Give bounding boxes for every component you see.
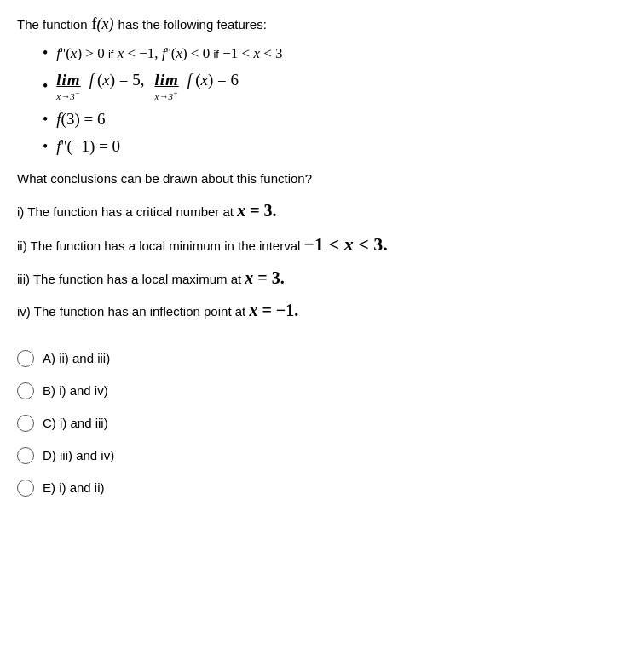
bullet-2: •: [43, 78, 48, 94]
feature-1-math: f''(x) > 0 if x < −1, f''(x) < 0 if −1 <…: [56, 45, 282, 62]
intro-text-before: The function: [17, 17, 88, 32]
radio-a[interactable]: [17, 350, 34, 367]
feature-4: • f''(−1) = 0: [43, 137, 606, 156]
stmt-ii-label: ii) The function has a local minimum in …: [17, 238, 304, 253]
option-a-label: A) ii) and iii): [43, 351, 110, 365]
features-list: • f''(x) > 0 if x < −1, f''(x) < 0 if −1…: [43, 45, 606, 156]
stmt-ii: ii) The function has a local minimum in …: [17, 230, 606, 258]
radio-c[interactable]: [17, 415, 34, 432]
feature-1: • f''(x) > 0 if x < −1, f''(x) < 0 if −1…: [43, 45, 606, 62]
option-c[interactable]: C) i) and iii): [17, 415, 606, 432]
stmt-iv: iv) The function has an inflection point…: [17, 297, 606, 323]
stmt-iii: iii) The function has a local maximum at…: [17, 265, 606, 290]
statements-list: i) The function has a critical number at…: [17, 198, 606, 323]
option-d-label: D) iii) and iv): [43, 448, 114, 462]
option-e-label: E) i) and ii): [43, 480, 105, 495]
intro-line: The function f(x) has the following feat…: [17, 15, 606, 33]
feature-3: • f(3) = 6: [43, 110, 606, 129]
question-text: What conclusions can be drawn about this…: [17, 171, 606, 186]
bullet-4: •: [43, 139, 48, 154]
option-b-label: B) i) and iv): [43, 383, 108, 398]
bullet-1: •: [43, 45, 48, 60]
feature-2: • lim x→3− f(x) = 5, lim x→3+ f(x) = 6: [43, 71, 606, 101]
radio-d[interactable]: [17, 447, 34, 464]
option-d[interactable]: D) iii) and iv): [17, 447, 606, 464]
bullet-3: •: [43, 112, 48, 127]
intro-text-after: has the following features:: [118, 17, 267, 32]
radio-e[interactable]: [17, 480, 34, 497]
stmt-iii-label: iii) The function has a local maximum at: [17, 272, 245, 286]
stmt-iv-math: x = −1.: [249, 301, 298, 319]
stmt-ii-math: −1 < x < 3.: [304, 233, 388, 255]
stmt-i: i) The function has a critical number at…: [17, 198, 606, 223]
option-c-label: C) i) and iii): [43, 416, 108, 430]
stmt-i-math: x = 3.: [237, 201, 276, 220]
stmt-iii-math: x = 3.: [245, 268, 284, 287]
radio-b[interactable]: [17, 382, 34, 399]
stmt-i-label: i) The function has a critical number at: [17, 204, 237, 219]
option-a[interactable]: A) ii) and iii): [17, 350, 606, 367]
stmt-iv-label: iv) The function has an inflection point…: [17, 304, 249, 319]
feature-3-math: f(3) = 6: [56, 110, 105, 129]
feature-2-math: lim x→3− f(x) = 5, lim x→3+ f(x) = 6: [56, 71, 239, 101]
option-e[interactable]: E) i) and ii): [17, 480, 606, 497]
feature-4-math: f''(−1) = 0: [56, 137, 120, 156]
options-list: A) ii) and iii) B) i) and iv) C) i) and …: [17, 350, 606, 497]
option-b[interactable]: B) i) and iv): [17, 382, 606, 399]
intro-fx: f(x): [92, 15, 114, 33]
